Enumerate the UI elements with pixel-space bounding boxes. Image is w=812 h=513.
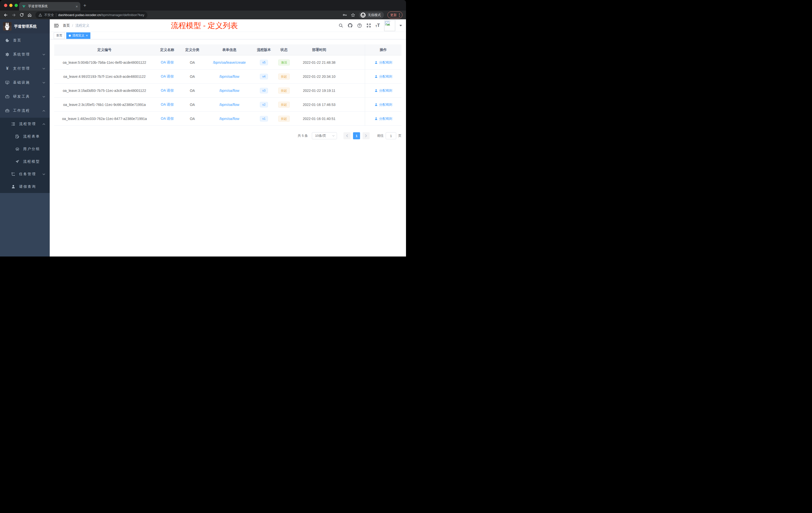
tag-process-definition[interactable]: 流程定义 × bbox=[66, 32, 90, 39]
url-path: /bpm/manager/definition?key=oa_leave bbox=[101, 13, 144, 17]
version-badge: v5 bbox=[260, 60, 268, 65]
avatar-caret-icon[interactable] bbox=[400, 25, 402, 26]
top-navbar: 首页 / 流程定义 流程模型 - 定义列表 bbox=[50, 19, 406, 32]
form-link[interactable]: /bpm/oa/leave/create bbox=[213, 60, 246, 64]
search-icon[interactable] bbox=[339, 23, 343, 28]
briefcase-icon bbox=[5, 109, 9, 113]
form-link[interactable]: /bpm/oa/flow bbox=[220, 89, 239, 93]
definition-name-link[interactable]: OA 请假 bbox=[161, 102, 174, 107]
sidebar-item-leave-query[interactable]: 请假查询 bbox=[0, 180, 50, 193]
sidebar-collapse-icon[interactable] bbox=[54, 23, 59, 28]
sidebar: 芋道管理系统 首页 系统管理 bbox=[0, 19, 50, 256]
sidebar-item-home[interactable]: 首页 bbox=[0, 33, 50, 48]
deploy-time: 2022-01-22 20:34:10 bbox=[294, 74, 344, 79]
paper-plane-icon bbox=[15, 159, 20, 164]
breadcrumb: 首页 / 流程定义 bbox=[63, 23, 89, 28]
definition-name-link[interactable]: OA 请假 bbox=[161, 117, 174, 120]
close-window-button[interactable] bbox=[4, 4, 7, 7]
assign-rule-button[interactable]: 分配规则 bbox=[374, 102, 392, 107]
definition-name-link[interactable]: OA 请假 bbox=[161, 60, 174, 64]
navbar-actions: TT bbox=[339, 20, 402, 31]
breadcrumb-home[interactable]: 首页 bbox=[63, 23, 70, 28]
column-header: 定义分类 bbox=[180, 48, 205, 52]
sidebar-item-devtools[interactable]: 研发工具 bbox=[0, 90, 50, 104]
sidebar-item-label: 用户分组 bbox=[23, 147, 40, 151]
back-button[interactable] bbox=[3, 13, 8, 17]
update-button[interactable]: 更新 bbox=[387, 11, 403, 18]
sidebar-item-workflow[interactable]: 工作流程 bbox=[0, 104, 50, 118]
sidebar-item-payment[interactable]: ¥ 支付管理 bbox=[0, 61, 50, 76]
assign-rule-button[interactable]: 分配规则 bbox=[374, 60, 392, 65]
sidebar-item-process-form[interactable]: 流程表单 bbox=[0, 130, 50, 143]
form-edit-icon bbox=[15, 134, 20, 139]
definition-id: oa_leave:3:1fad3d93-7b75-11ec-a3c8-acde4… bbox=[54, 89, 155, 93]
security-warning-icon bbox=[38, 13, 42, 17]
assign-rule-button[interactable]: 分配规则 bbox=[374, 117, 392, 121]
home-button[interactable] bbox=[27, 13, 32, 17]
form-link[interactable]: /bpm/oa/flow bbox=[220, 117, 239, 121]
password-key-icon[interactable] bbox=[343, 12, 347, 17]
font-size-icon[interactable]: TT bbox=[375, 23, 380, 27]
sidebar-item-user-group[interactable]: 用户分组 bbox=[0, 143, 50, 155]
chevron-down-icon bbox=[42, 54, 45, 56]
page-size-select[interactable]: 10条/页 bbox=[312, 132, 337, 139]
sidebar-item-infrastructure[interactable]: 基础设施 bbox=[0, 76, 50, 90]
sidebar-item-task-management[interactable]: 任务管理 bbox=[0, 168, 50, 180]
page-number-current[interactable]: 1 bbox=[353, 132, 360, 139]
definition-category: OA bbox=[180, 103, 205, 107]
sidebar-item-label: 请假查询 bbox=[19, 184, 36, 189]
page-title: 流程模型 - 定义列表 bbox=[171, 20, 238, 31]
main-area: 首页 / 流程定义 流程模型 - 定义列表 bbox=[50, 19, 406, 256]
sidebar-item-label: 流程模型 bbox=[23, 159, 40, 164]
github-icon[interactable] bbox=[348, 23, 353, 28]
new-tab-button[interactable]: + bbox=[83, 3, 86, 8]
zoom-window-button[interactable] bbox=[14, 4, 18, 7]
chevron-down-icon bbox=[42, 174, 45, 175]
reload-button[interactable] bbox=[20, 13, 24, 17]
form-link[interactable]: /bpm/oa/flow bbox=[220, 74, 239, 79]
definition-name-link[interactable]: OA 请假 bbox=[161, 74, 174, 78]
address-bar[interactable]: 不安全 dashboard.yudao.iocoder.cn/bpm/manag… bbox=[35, 11, 147, 19]
forward-button[interactable] bbox=[11, 13, 16, 17]
definition-name-link[interactable]: OA 请假 bbox=[161, 88, 174, 92]
assign-rule-button[interactable]: 分配规则 bbox=[374, 88, 392, 93]
sidebar-item-label: 任务管理 bbox=[19, 172, 36, 176]
security-label: 不安全 bbox=[44, 13, 54, 17]
chevron-down-icon bbox=[42, 68, 45, 69]
column-header: 流程版本 bbox=[254, 48, 274, 52]
table-row: oa_leave:3:1fad3d93-7b75-11ec-a3c8-acde4… bbox=[54, 84, 402, 98]
favicon-plant-icon bbox=[22, 4, 26, 8]
avatar[interactable] bbox=[384, 20, 395, 31]
definition-id: oa_leave:5:004b710b-7b8a-11ec-8ef0-acde4… bbox=[54, 60, 155, 64]
user-icon bbox=[374, 103, 378, 107]
tag-close-icon[interactable]: × bbox=[86, 34, 88, 37]
help-icon[interactable] bbox=[357, 23, 362, 28]
next-page-button[interactable] bbox=[362, 132, 370, 139]
definition-id: oa_leave:2:3c1f0ef1-76b1-11ec-9c66-a2380… bbox=[54, 103, 155, 107]
tag-home[interactable]: 首页 bbox=[54, 32, 65, 39]
browser-menu-icon[interactable] bbox=[399, 13, 400, 17]
bookmark-star-icon[interactable] bbox=[351, 13, 355, 17]
assign-rule-button[interactable]: 分配规则 bbox=[374, 74, 392, 79]
browser-tab[interactable]: 芋道管理系统 × bbox=[19, 2, 80, 10]
app-title: 芋道管理系统 bbox=[14, 24, 37, 29]
sidebar-item-label: 研发工具 bbox=[13, 94, 30, 99]
sidebar-item-process-model[interactable]: 流程模型 bbox=[0, 155, 50, 168]
form-link[interactable]: /bpm/oa/flow bbox=[220, 103, 239, 107]
yen-icon: ¥ bbox=[5, 66, 9, 71]
sidebar-logo[interactable]: 芋道管理系统 bbox=[0, 19, 50, 33]
minimize-window-button[interactable] bbox=[9, 4, 12, 7]
status-badge: 激活 bbox=[278, 59, 290, 65]
tab-close-icon[interactable]: × bbox=[76, 4, 78, 8]
sidebar-item-system[interactable]: 系统管理 bbox=[0, 48, 50, 61]
page-unit-label: 页 bbox=[398, 133, 402, 138]
prev-page-button[interactable] bbox=[344, 132, 350, 139]
browser-window: 芋道管理系统 × + 不安全 dashboard.yudao.iocoder.c… bbox=[0, 0, 406, 256]
version-badge: v1 bbox=[260, 116, 268, 121]
fullscreen-icon[interactable] bbox=[366, 23, 371, 28]
goto-page-input[interactable] bbox=[386, 132, 396, 139]
definition-category: OA bbox=[180, 74, 205, 79]
sidebar-item-process-management[interactable]: 流程管理 bbox=[0, 118, 50, 130]
user-icon bbox=[11, 184, 16, 189]
sidebar-item-label: 流程管理 bbox=[19, 122, 36, 126]
